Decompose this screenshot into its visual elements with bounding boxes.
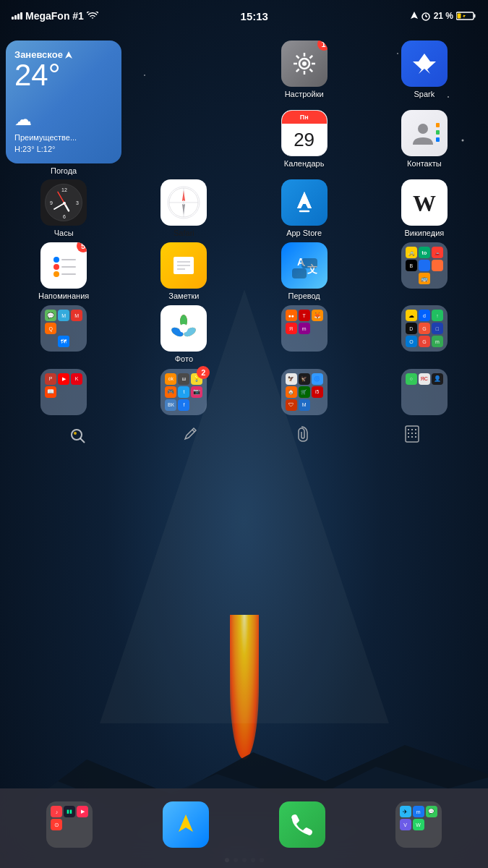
- msg-mini-1: ✈: [400, 806, 411, 817]
- svg-rect-81: [415, 433, 416, 434]
- maps-mini-2: M: [58, 310, 69, 321]
- folder-social[interactable]: 2 ok ш 💡 🎮 t 📷 ВК f: [126, 369, 241, 418]
- svg-rect-28: [436, 123, 440, 127]
- app-clock[interactable]: 12 3 6 9 Часы: [6, 179, 121, 238]
- app-calendar[interactable]: Пн 29 Календарь: [247, 110, 362, 169]
- svg-rect-16: [474, 14, 475, 18]
- taxi-mini-4: B: [406, 260, 417, 271]
- app-row-6: P ▶ K 📖 2 ok ш 💡 🎮 t 📷 ВК f: [6, 369, 482, 418]
- msg-mini-4: V: [400, 819, 411, 830]
- spark-label: Spark: [414, 90, 435, 99]
- w-mini-3: ↑: [432, 310, 443, 321]
- app-safari[interactable]: Safari: [126, 179, 241, 238]
- soc-mini-1: ok: [165, 373, 176, 385]
- music-mini-2: ▮▮: [64, 806, 75, 817]
- w-mini-6: □: [432, 323, 443, 334]
- svg-line-72: [80, 438, 85, 443]
- dock-messages-folder[interactable]: ✈ m 💬 V W: [395, 801, 442, 848]
- svg-rect-83: [411, 436, 413, 438]
- w-mini-1: ☁: [406, 310, 417, 321]
- misc-mini-1: ○: [406, 373, 417, 385]
- w-mini-7: O: [406, 336, 417, 347]
- folder-social2[interactable]: ●● T 🦊 Я m: [247, 305, 362, 364]
- notes-label: Заметки: [168, 292, 199, 301]
- folder-city[interactable]: 🦅 🦅 🌀 🏠 🛒 i5 🛡 М: [247, 369, 362, 418]
- clock-label: Часы: [54, 229, 74, 238]
- dock-maps[interactable]: [163, 801, 209, 848]
- msg-mini-3: 💬: [426, 806, 437, 817]
- svg-line-27: [296, 69, 299, 72]
- folder-taxi[interactable]: 🚕 to 🚗 B 🚌: [367, 242, 482, 301]
- svg-rect-29: [436, 130, 440, 135]
- soc-mini-2: ш: [178, 373, 189, 385]
- soc-mini-6: 📷: [191, 386, 202, 398]
- app-translate[interactable]: A 文 Перевод: [247, 242, 362, 301]
- appstore-label: App Store: [286, 229, 322, 238]
- svg-point-71: [72, 430, 82, 440]
- folder-taxi-icon: 🚕 to 🚗 B 🚌: [401, 242, 448, 289]
- music-mini-3: ▶: [77, 806, 88, 817]
- app-spark[interactable]: Spark: [367, 41, 482, 99]
- tool-pen[interactable]: [183, 427, 197, 444]
- app-contacts[interactable]: Контакты: [367, 110, 482, 169]
- misc-mini-2: ЯС: [419, 373, 430, 385]
- w-mini-2: d: [419, 310, 430, 321]
- folder-misc[interactable]: ○ ЯС 👤: [367, 369, 482, 418]
- taxi-mini-2: to: [419, 247, 430, 258]
- folder-read[interactable]: P ▶ K 📖: [6, 369, 121, 418]
- spark-icon: [411, 50, 438, 77]
- folder-work[interactable]: ☁ d ↑ D G □ O G m: [367, 305, 482, 364]
- location-icon: [411, 12, 418, 20]
- wifi-icon: [87, 12, 98, 20]
- dock-phone[interactable]: [279, 801, 325, 848]
- svg-rect-80: [411, 433, 413, 434]
- battery-icon: [456, 11, 476, 21]
- city-mini-3: 🌀: [312, 373, 323, 385]
- app-photos[interactable]: Фото: [126, 305, 241, 364]
- notes-icon: [168, 250, 200, 281]
- contacts-icon: [408, 117, 440, 149]
- app-appstore[interactable]: App Store: [247, 179, 362, 238]
- dock-music-folder[interactable]: ♪ ▮▮ ▶ ⊙: [46, 801, 93, 848]
- maps-mini-4: Q: [45, 323, 56, 334]
- signal-bars: [12, 12, 22, 20]
- app-settings[interactable]: 1 Настройк: [247, 41, 362, 99]
- signal-bar-1: [12, 17, 14, 20]
- app-reminders[interactable]: 5 Напоминания: [6, 242, 121, 301]
- folder-maps[interactable]: 💬 M М Q 🗺: [6, 305, 121, 364]
- misc-mini-3: 👤: [432, 373, 443, 385]
- app-row-3: 12 3 6 9 Часы: [6, 179, 482, 238]
- app-notes[interactable]: Заметки: [126, 242, 241, 301]
- phone-keypad-icon: [405, 425, 419, 443]
- tool-phone-grid[interactable]: [405, 425, 419, 446]
- maps-mini-7: 🗺: [58, 336, 69, 347]
- app-wikipedia[interactable]: W Википедия: [367, 179, 482, 238]
- weather-description: Преимуществе... Н:23° L:12°: [14, 132, 113, 155]
- svg-rect-62: [292, 268, 307, 278]
- s2-mini-1: ●●: [286, 310, 297, 321]
- svg-point-73: [74, 432, 77, 435]
- calendar-date-area: 29: [294, 124, 314, 156]
- tool-clip[interactable]: [295, 426, 308, 445]
- soc-mini-7: ВК: [165, 399, 176, 411]
- w-mini-9: m: [432, 336, 443, 347]
- msg-mini-2: m: [413, 806, 424, 817]
- maps-spacer: [58, 323, 69, 334]
- r-mini-4: 📖: [45, 386, 56, 398]
- msg-mini-5: W: [413, 819, 424, 830]
- svg-rect-76: [408, 429, 409, 430]
- weather-widget[interactable]: Заневское 24° ☁ Преимуществе... Н:23° L:…: [6, 41, 121, 175]
- calendar-header: Пн: [282, 111, 327, 124]
- svg-point-39: [63, 202, 66, 205]
- wikipedia-label: Википедия: [404, 229, 444, 238]
- city-mini-7: 🛡: [286, 399, 297, 411]
- app-row-5: 💬 M М Q 🗺: [6, 305, 482, 364]
- city-mini-1: 🦅: [286, 373, 297, 385]
- svg-point-70: [179, 324, 188, 333]
- svg-point-31: [418, 124, 428, 134]
- tool-search[interactable]: [69, 427, 86, 444]
- calendar-day: Пн: [300, 114, 309, 121]
- find-icon: [69, 427, 86, 444]
- pen-icon: [183, 427, 197, 441]
- svg-line-24: [296, 56, 299, 59]
